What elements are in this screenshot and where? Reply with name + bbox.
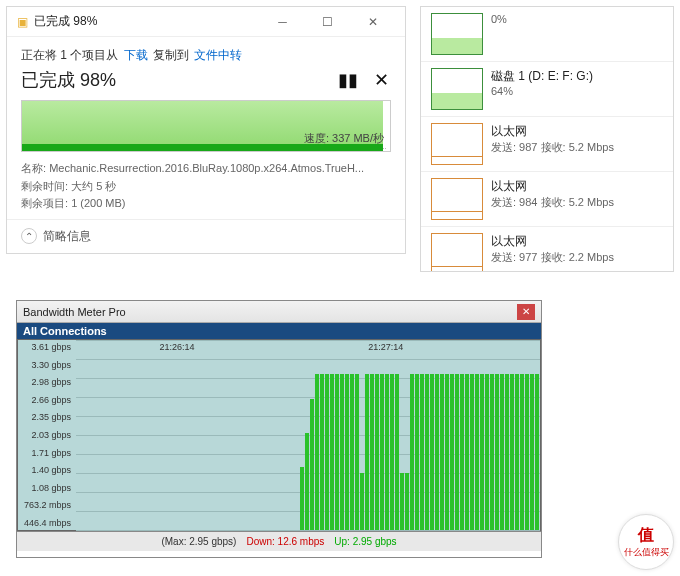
- bwm-titlebar[interactable]: Bandwidth Meter Pro ✕: [17, 301, 541, 323]
- y-tick: 763.2 mbps: [20, 500, 74, 510]
- bar: [415, 374, 419, 530]
- tm-item[interactable]: 0%: [421, 7, 673, 61]
- y-tick: 2.98 gbps: [20, 377, 74, 387]
- bar: [465, 374, 469, 530]
- bar: [370, 374, 374, 530]
- bar: [530, 374, 534, 530]
- bar: [320, 374, 324, 530]
- bar: [455, 374, 459, 530]
- folder-icon: ▣: [17, 15, 28, 29]
- bar: [390, 374, 394, 530]
- titlebar[interactable]: ▣ 已完成 98% ─ ☐ ✕: [7, 7, 405, 37]
- bar: [445, 374, 449, 530]
- cancel-button[interactable]: ✕: [371, 70, 391, 90]
- y-tick: 3.30 gbps: [20, 360, 74, 370]
- bar: [490, 374, 494, 530]
- bar: [345, 374, 349, 530]
- bar: [435, 374, 439, 530]
- tm-title: 以太网: [491, 233, 663, 250]
- bar: [325, 374, 329, 530]
- task-manager-panel: 0%磁盘 1 (D: E: F: G:)64%以太网发送: 987 接收: 5.…: [420, 6, 674, 272]
- file-name: Mechanic.Resurrection.2016.BluRay.1080p.…: [49, 162, 364, 174]
- bar: [330, 374, 334, 530]
- bandwidth-meter-window: Bandwidth Meter Pro ✕ All Connections 3.…: [16, 300, 542, 558]
- mini-graph: [431, 178, 483, 220]
- items-remaining: 1 (200 MB): [71, 197, 125, 209]
- bar: [480, 374, 484, 530]
- bar: [460, 374, 464, 530]
- mini-graph: [431, 123, 483, 165]
- bar: [450, 374, 454, 530]
- tm-sub: 发送: 984 接收: 5.2 Mbps: [491, 195, 663, 210]
- tm-title: 以太网: [491, 123, 663, 140]
- tm-item[interactable]: 以太网发送: 987 接收: 5.2 Mbps: [421, 116, 673, 171]
- bar: [430, 374, 434, 530]
- y-tick: 3.61 gbps: [20, 342, 74, 352]
- bar: [515, 374, 519, 530]
- bar: [440, 374, 444, 530]
- dialog-body: 正在将 1 个项目从 下载 复制到 文件中转 已完成 98% ▮▮ ✕ 速度: …: [7, 37, 405, 219]
- dest-link[interactable]: 文件中转: [194, 48, 242, 62]
- bar: [355, 374, 359, 530]
- progress-text: 已完成 98%: [21, 68, 116, 92]
- mini-graph: [431, 233, 483, 272]
- tm-item[interactable]: 以太网发送: 984 接收: 5.2 Mbps: [421, 171, 673, 226]
- copy-meta: 名称: Mechanic.Resurrection.2016.BluRay.10…: [21, 160, 391, 213]
- bwm-statusbar: (Max: 2.95 gbps) Down: 12.6 mbps Up: 2.9…: [17, 531, 541, 551]
- window-title: 已完成 98%: [34, 13, 260, 30]
- tm-sub: 发送: 987 接收: 5.2 Mbps: [491, 140, 663, 155]
- down-value: 12.6 mbps: [278, 536, 325, 547]
- maximize-button[interactable]: ☐: [305, 7, 350, 36]
- bar: [335, 374, 339, 530]
- y-tick: 1.40 gbps: [20, 465, 74, 475]
- details-toggle[interactable]: ⌃ 简略信息: [7, 219, 405, 253]
- connections-header: All Connections: [17, 323, 541, 339]
- bar: [315, 374, 319, 530]
- tm-sub: 发送: 977 接收: 2.2 Mbps: [491, 250, 663, 265]
- bar: [475, 374, 479, 530]
- tm-title: 以太网: [491, 178, 663, 195]
- up-value: 2.95 gbps: [353, 536, 397, 547]
- tm-item[interactable]: 磁盘 1 (D: E: F: G:)64%: [421, 61, 673, 116]
- copy-subtitle: 正在将 1 个项目从 下载 复制到 文件中转: [21, 47, 391, 64]
- bar: [510, 374, 514, 530]
- watermark-badge: 值什么值得买: [618, 514, 674, 570]
- y-tick: 1.08 gbps: [20, 483, 74, 493]
- tm-sub: 0%: [491, 13, 663, 25]
- bar: [485, 374, 489, 530]
- y-tick: 1.71 gbps: [20, 448, 74, 458]
- mini-graph: [431, 68, 483, 110]
- y-tick: 2.66 gbps: [20, 395, 74, 405]
- bar: [495, 374, 499, 530]
- bar: [520, 374, 524, 530]
- bar: [470, 374, 474, 530]
- y-tick: 2.35 gbps: [20, 412, 74, 422]
- bar: [310, 399, 314, 530]
- tm-title: 磁盘 1 (D: E: F: G:): [491, 68, 663, 85]
- bar: [400, 473, 404, 530]
- time-remaining: 大约 5 秒: [71, 180, 116, 192]
- bar: [425, 374, 429, 530]
- bar: [505, 374, 509, 530]
- bar: [405, 473, 409, 530]
- close-button[interactable]: ✕: [350, 7, 395, 36]
- chevron-up-icon: ⌃: [21, 228, 37, 244]
- bar: [300, 467, 304, 530]
- y-tick: 2.03 gbps: [20, 430, 74, 440]
- max-label: (Max: 2.95 gbps): [161, 536, 236, 547]
- progress-chart: 速度: 337 MB/秒: [21, 100, 391, 152]
- y-tick: 446.4 mbps: [20, 518, 74, 528]
- pause-button[interactable]: ▮▮: [338, 70, 358, 90]
- bar: [305, 433, 309, 530]
- bar: [535, 374, 539, 530]
- bar: [395, 374, 399, 530]
- close-button[interactable]: ✕: [517, 304, 535, 320]
- bar: [365, 374, 369, 530]
- bar: [375, 374, 379, 530]
- minimize-button[interactable]: ─: [260, 7, 305, 36]
- tm-item[interactable]: 以太网发送: 977 接收: 2.2 Mbps: [421, 226, 673, 272]
- bar: [385, 374, 389, 530]
- copy-dialog: ▣ 已完成 98% ─ ☐ ✕ 正在将 1 个项目从 下载 复制到 文件中转 已…: [6, 6, 406, 254]
- bar: [350, 374, 354, 530]
- source-link[interactable]: 下载: [124, 48, 148, 62]
